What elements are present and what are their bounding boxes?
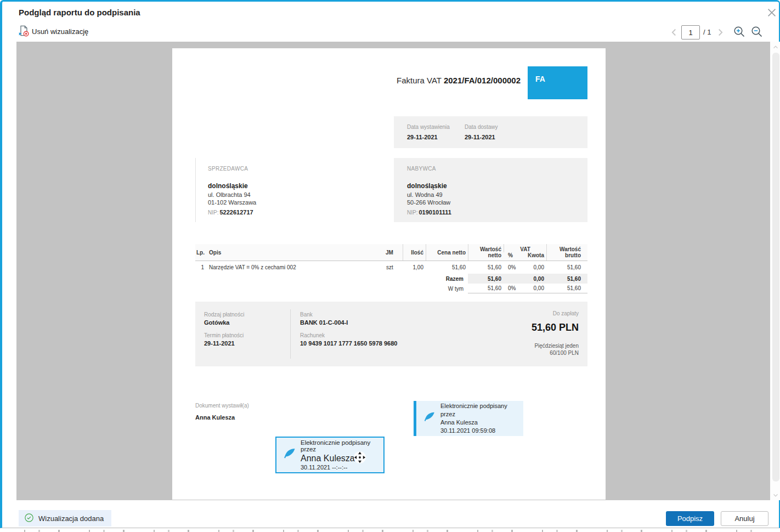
scrollbar-up-icon[interactable] [772, 43, 779, 51]
delivery-date-label: Data dostawy [465, 124, 498, 130]
dialog-title: Podgląd raportu do podpisania [19, 8, 140, 17]
zoom-in-icon[interactable] [733, 25, 746, 38]
issuer-section: Dokument wystawił(a) Anna Kulesza [195, 403, 249, 422]
invoice-title-label: Faktura VAT [397, 76, 444, 85]
col-vat-pct: % [504, 252, 524, 261]
col-wartosc-brutto: Wartość brutto [546, 244, 587, 261]
bank-value: BANK 01-C-004-I [300, 319, 397, 326]
table-header-row: Lp. Opis JM Ilość Cena netto Wartość net… [195, 244, 587, 261]
invoice-items-table: Lp. Opis JM Ilość Cena netto Wartość net… [195, 244, 587, 293]
viewer-scrollbar[interactable] [770, 42, 780, 500]
account-label: Rachunek [300, 332, 397, 338]
col-cena-netto: Cena netto [426, 244, 468, 261]
cancel-button[interactable]: Anuluj [721, 511, 768, 526]
due-amount: 51,60 PLN [532, 322, 579, 333]
scrollbar-thumb[interactable] [772, 53, 779, 482]
item-description: Narzędzie VAT = 0% z cechami 002 [206, 261, 376, 274]
seller-street: ul. Olbrachta 94 [208, 191, 251, 198]
status-text: Wizualizacja dodana [38, 514, 104, 523]
table-row: 1 Narzędzie VAT = 0% z cechami 002 szt 1… [195, 261, 587, 274]
col-vat-group: VAT [504, 244, 546, 252]
invoice-dates-box: Data wystawienia 29-11-2021 Data dostawy… [394, 116, 587, 148]
buyer-street: ul. Wodna 49 [407, 191, 443, 198]
account-value: 10 9439 1017 1777 1650 5978 9680 [300, 340, 397, 347]
col-ilosc: Ilość [403, 244, 426, 261]
seller-city: 01-102 Warszawa [208, 199, 256, 206]
due-label: Do zapłaty [532, 310, 579, 316]
col-lp: Lp. [195, 244, 206, 261]
signing-preview-dialog: Podgląd raportu do podpisania Usuń wizua… [0, 0, 780, 532]
quill-icon [422, 410, 436, 427]
page-total-label: / 1 [703, 28, 711, 36]
col-vat-kwota: Kwota [524, 252, 546, 261]
table-summary-razem: Razem 51,60 0,00 51,60 [195, 274, 587, 284]
buyer-city: 50-266 Wrocław [407, 199, 450, 206]
issue-date-value: 29-11-2021 [407, 134, 438, 140]
payment-term-label: Termin płatności [204, 332, 244, 338]
buyer-nip: NIP:0190101111 [407, 209, 451, 216]
payment-type-label: Rodzaj płatności [204, 312, 244, 318]
seller-nip: NIP:5222612717 [208, 209, 253, 216]
invoice-title: Faktura VAT 2021/FA/012/000002 [397, 76, 521, 85]
payment-divider [290, 309, 291, 359]
buyer-label: NABYWCA [407, 166, 436, 172]
invoice-number: 2021/FA/012/000002 [444, 76, 521, 85]
remove-visualization-button[interactable]: Usuń wizualizację [18, 25, 88, 38]
page-number-input[interactable] [681, 25, 700, 39]
col-jm: JM [376, 244, 403, 261]
payment-type-value: Gotówka [204, 319, 244, 326]
sign-button[interactable]: Podpisz [666, 511, 714, 526]
zoom-out-icon[interactable] [750, 25, 764, 38]
stamp-signer-name: Anna Kulesza [301, 454, 383, 463]
previous-page-button[interactable] [668, 26, 680, 38]
scrollbar-down-icon[interactable] [772, 491, 779, 499]
table-summary-wtym: W tym 51,60 0% 0,00 51,60 [195, 284, 587, 293]
move-cursor-icon[interactable] [353, 451, 366, 464]
col-wartosc-netto: Wartość netto [468, 244, 504, 261]
seller-label: SPRZEDAWCA [208, 166, 248, 172]
payment-term-value: 29-11-2021 [204, 340, 244, 347]
issue-date-label: Data wystawienia [407, 124, 450, 130]
quill-icon [281, 446, 297, 464]
delivery-date-value: 29-11-2021 [465, 134, 495, 140]
issuer-label: Dokument wystawił(a) [195, 403, 249, 409]
bank-label: Bank [300, 312, 397, 318]
invoice-page: Faktura VAT 2021/FA/012/000002 FA Data w… [172, 48, 606, 500]
close-icon[interactable] [765, 5, 779, 20]
signature-stamp-draggable[interactable]: Elektronicznie podpisany przez Anna Kule… [275, 437, 385, 473]
issuer-name: Anna Kulesza [195, 414, 235, 421]
status-badge: Wizualizacja dodana [19, 510, 111, 527]
buyer-name: dolnośląskie [407, 182, 447, 190]
remove-visualization-icon [18, 25, 30, 38]
next-page-button[interactable] [714, 26, 726, 38]
buyer-section: NABYWCA dolnośląskie ul. Wodna 49 50-266… [394, 158, 587, 222]
col-opis: Opis [206, 244, 376, 261]
signature-stamp-placed: Elektronicznie podpisany przez Anna Kule… [414, 401, 523, 436]
background-page-sliver [0, 528, 780, 532]
remove-visualization-label: Usuń wizualizację [32, 27, 88, 36]
seller-name: dolnośląskie [208, 182, 248, 190]
check-circle-icon [24, 513, 34, 524]
amount-in-words: Pięćdziesiąt jeden 60/100 PLN [532, 342, 579, 356]
dialog-frame: Podgląd raportu do podpisania Usuń wizua… [0, 0, 780, 528]
invoice-type-badge: FA [528, 66, 587, 99]
payment-section: Rodzaj płatności Gotówka Termin płatnośc… [195, 302, 587, 366]
seller-section: SPRZEDAWCA dolnośląskie ul. Olbrachta 94… [195, 158, 365, 222]
